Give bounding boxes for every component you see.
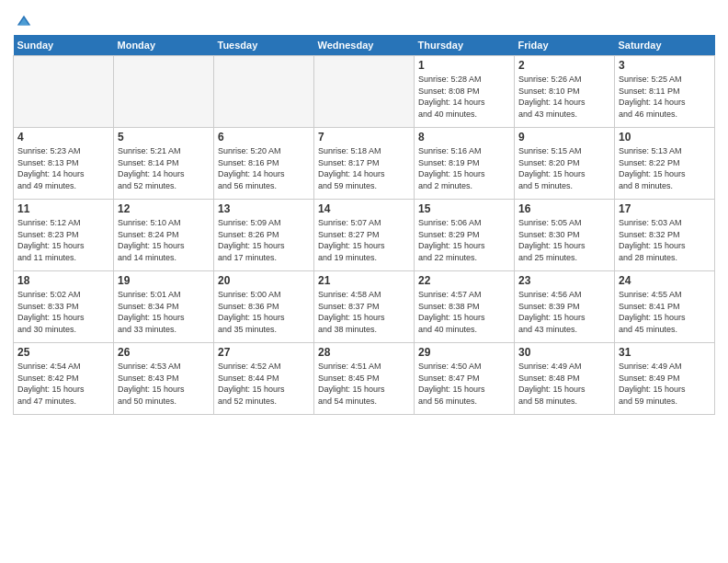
calendar-week-1: 1Sunrise: 5:28 AMSunset: 8:08 PMDaylight… bbox=[14, 56, 715, 128]
day-number: 24 bbox=[619, 274, 711, 287]
day-info: Sunrise: 5:03 AMSunset: 8:32 PMDaylight:… bbox=[619, 217, 711, 263]
day-info: Sunrise: 5:13 AMSunset: 8:22 PMDaylight:… bbox=[619, 145, 711, 191]
day-number: 14 bbox=[318, 202, 410, 215]
calendar-cell: 28Sunrise: 4:51 AMSunset: 8:45 PMDayligh… bbox=[314, 343, 415, 415]
day-number: 10 bbox=[619, 131, 711, 144]
day-info: Sunrise: 5:18 AMSunset: 8:17 PMDaylight:… bbox=[318, 145, 410, 191]
day-number: 2 bbox=[518, 59, 610, 72]
calendar-table: SundayMondayTuesdayWednesdayThursdayFrid… bbox=[13, 35, 715, 415]
calendar-cell: 21Sunrise: 4:58 AMSunset: 8:37 PMDayligh… bbox=[314, 271, 415, 343]
calendar-cell: 17Sunrise: 5:03 AMSunset: 8:32 PMDayligh… bbox=[615, 200, 715, 271]
calendar-cell: 27Sunrise: 4:52 AMSunset: 8:44 PMDayligh… bbox=[214, 343, 314, 415]
calendar-header-monday: Monday bbox=[114, 35, 214, 56]
day-info: Sunrise: 4:51 AMSunset: 8:45 PMDaylight:… bbox=[318, 361, 410, 407]
day-number: 27 bbox=[218, 346, 310, 359]
day-info: Sunrise: 5:16 AMSunset: 8:19 PMDaylight:… bbox=[418, 145, 510, 191]
day-info: Sunrise: 5:02 AMSunset: 8:33 PMDaylight:… bbox=[17, 289, 109, 335]
day-number: 1 bbox=[418, 59, 510, 72]
day-info: Sunrise: 4:57 AMSunset: 8:38 PMDaylight:… bbox=[418, 289, 510, 335]
calendar-week-4: 18Sunrise: 5:02 AMSunset: 8:33 PMDayligh… bbox=[14, 271, 715, 343]
day-number: 21 bbox=[318, 274, 410, 287]
day-info: Sunrise: 4:56 AMSunset: 8:39 PMDaylight:… bbox=[518, 289, 610, 335]
calendar-cell: 11Sunrise: 5:12 AMSunset: 8:23 PMDayligh… bbox=[14, 200, 114, 271]
day-number: 16 bbox=[518, 202, 610, 215]
calendar-cell bbox=[314, 56, 415, 128]
calendar-header-saturday: Saturday bbox=[615, 35, 715, 56]
day-number: 20 bbox=[218, 274, 310, 287]
calendar-cell: 7Sunrise: 5:18 AMSunset: 8:17 PMDaylight… bbox=[314, 128, 415, 200]
calendar-header-friday: Friday bbox=[515, 35, 615, 56]
day-info: Sunrise: 5:09 AMSunset: 8:26 PMDaylight:… bbox=[218, 217, 310, 263]
day-info: Sunrise: 5:05 AMSunset: 8:30 PMDaylight:… bbox=[518, 217, 610, 263]
day-info: Sunrise: 5:23 AMSunset: 8:13 PMDaylight:… bbox=[17, 145, 109, 191]
calendar-cell: 26Sunrise: 4:53 AMSunset: 8:43 PMDayligh… bbox=[114, 343, 214, 415]
calendar-header-wednesday: Wednesday bbox=[314, 35, 415, 56]
calendar-cell: 1Sunrise: 5:28 AMSunset: 8:08 PMDaylight… bbox=[415, 56, 515, 128]
calendar-cell: 2Sunrise: 5:26 AMSunset: 8:10 PMDaylight… bbox=[515, 56, 615, 128]
day-info: Sunrise: 4:50 AMSunset: 8:47 PMDaylight:… bbox=[418, 361, 510, 407]
calendar-cell: 16Sunrise: 5:05 AMSunset: 8:30 PMDayligh… bbox=[515, 200, 615, 271]
calendar-week-2: 4Sunrise: 5:23 AMSunset: 8:13 PMDaylight… bbox=[14, 128, 715, 200]
day-number: 8 bbox=[418, 131, 510, 144]
day-info: Sunrise: 5:21 AMSunset: 8:14 PMDaylight:… bbox=[118, 145, 210, 191]
day-info: Sunrise: 5:00 AMSunset: 8:36 PMDaylight:… bbox=[218, 289, 310, 335]
day-info: Sunrise: 5:10 AMSunset: 8:24 PMDaylight:… bbox=[118, 217, 210, 263]
day-info: Sunrise: 5:26 AMSunset: 8:10 PMDaylight:… bbox=[518, 74, 610, 120]
logo-icon bbox=[16, 13, 32, 29]
calendar-header-tuesday: Tuesday bbox=[214, 35, 314, 56]
day-info: Sunrise: 4:53 AMSunset: 8:43 PMDaylight:… bbox=[118, 361, 210, 407]
day-number: 17 bbox=[619, 202, 711, 215]
day-number: 6 bbox=[218, 131, 310, 144]
header bbox=[13, 9, 715, 29]
day-info: Sunrise: 5:20 AMSunset: 8:16 PMDaylight:… bbox=[218, 145, 310, 191]
calendar-cell: 4Sunrise: 5:23 AMSunset: 8:13 PMDaylight… bbox=[14, 128, 114, 200]
day-info: Sunrise: 4:49 AMSunset: 8:49 PMDaylight:… bbox=[619, 361, 711, 407]
calendar-header-sunday: Sunday bbox=[14, 35, 114, 56]
calendar-cell: 19Sunrise: 5:01 AMSunset: 8:34 PMDayligh… bbox=[114, 271, 214, 343]
calendar-cell: 29Sunrise: 4:50 AMSunset: 8:47 PMDayligh… bbox=[415, 343, 515, 415]
day-number: 3 bbox=[619, 59, 711, 72]
day-number: 30 bbox=[518, 346, 610, 359]
day-number: 13 bbox=[218, 202, 310, 215]
day-number: 9 bbox=[518, 131, 610, 144]
calendar-cell: 22Sunrise: 4:57 AMSunset: 8:38 PMDayligh… bbox=[415, 271, 515, 343]
calendar-cell: 8Sunrise: 5:16 AMSunset: 8:19 PMDaylight… bbox=[415, 128, 515, 200]
day-number: 19 bbox=[118, 274, 210, 287]
day-info: Sunrise: 5:01 AMSunset: 8:34 PMDaylight:… bbox=[118, 289, 210, 335]
calendar-cell bbox=[14, 56, 114, 128]
calendar-cell: 10Sunrise: 5:13 AMSunset: 8:22 PMDayligh… bbox=[615, 128, 715, 200]
calendar-week-3: 11Sunrise: 5:12 AMSunset: 8:23 PMDayligh… bbox=[14, 200, 715, 271]
calendar-cell: 31Sunrise: 4:49 AMSunset: 8:49 PMDayligh… bbox=[615, 343, 715, 415]
day-info: Sunrise: 5:07 AMSunset: 8:27 PMDaylight:… bbox=[318, 217, 410, 263]
day-number: 31 bbox=[619, 346, 711, 359]
day-info: Sunrise: 5:25 AMSunset: 8:11 PMDaylight:… bbox=[619, 74, 711, 120]
day-number: 18 bbox=[17, 274, 109, 287]
logo bbox=[13, 13, 32, 29]
calendar-cell: 9Sunrise: 5:15 AMSunset: 8:20 PMDaylight… bbox=[515, 128, 615, 200]
day-info: Sunrise: 4:52 AMSunset: 8:44 PMDaylight:… bbox=[218, 361, 310, 407]
day-number: 22 bbox=[418, 274, 510, 287]
calendar-cell: 5Sunrise: 5:21 AMSunset: 8:14 PMDaylight… bbox=[114, 128, 214, 200]
calendar-cell: 15Sunrise: 5:06 AMSunset: 8:29 PMDayligh… bbox=[415, 200, 515, 271]
day-number: 5 bbox=[118, 131, 210, 144]
day-number: 15 bbox=[418, 202, 510, 215]
calendar-cell: 24Sunrise: 4:55 AMSunset: 8:41 PMDayligh… bbox=[615, 271, 715, 343]
calendar-header-thursday: Thursday bbox=[415, 35, 515, 56]
calendar-week-5: 25Sunrise: 4:54 AMSunset: 8:42 PMDayligh… bbox=[14, 343, 715, 415]
calendar-cell bbox=[214, 56, 314, 128]
day-info: Sunrise: 4:55 AMSunset: 8:41 PMDaylight:… bbox=[619, 289, 711, 335]
day-info: Sunrise: 5:12 AMSunset: 8:23 PMDaylight:… bbox=[17, 217, 109, 263]
day-number: 12 bbox=[118, 202, 210, 215]
day-number: 23 bbox=[518, 274, 610, 287]
day-number: 28 bbox=[318, 346, 410, 359]
day-info: Sunrise: 4:58 AMSunset: 8:37 PMDaylight:… bbox=[318, 289, 410, 335]
calendar-cell: 18Sunrise: 5:02 AMSunset: 8:33 PMDayligh… bbox=[14, 271, 114, 343]
calendar-cell: 20Sunrise: 5:00 AMSunset: 8:36 PMDayligh… bbox=[214, 271, 314, 343]
calendar-cell: 3Sunrise: 5:25 AMSunset: 8:11 PMDaylight… bbox=[615, 56, 715, 128]
day-number: 7 bbox=[318, 131, 410, 144]
day-info: Sunrise: 5:06 AMSunset: 8:29 PMDaylight:… bbox=[418, 217, 510, 263]
calendar-cell: 23Sunrise: 4:56 AMSunset: 8:39 PMDayligh… bbox=[515, 271, 615, 343]
day-info: Sunrise: 5:28 AMSunset: 8:08 PMDaylight:… bbox=[418, 74, 510, 120]
day-number: 26 bbox=[118, 346, 210, 359]
calendar-cell: 30Sunrise: 4:49 AMSunset: 8:48 PMDayligh… bbox=[515, 343, 615, 415]
